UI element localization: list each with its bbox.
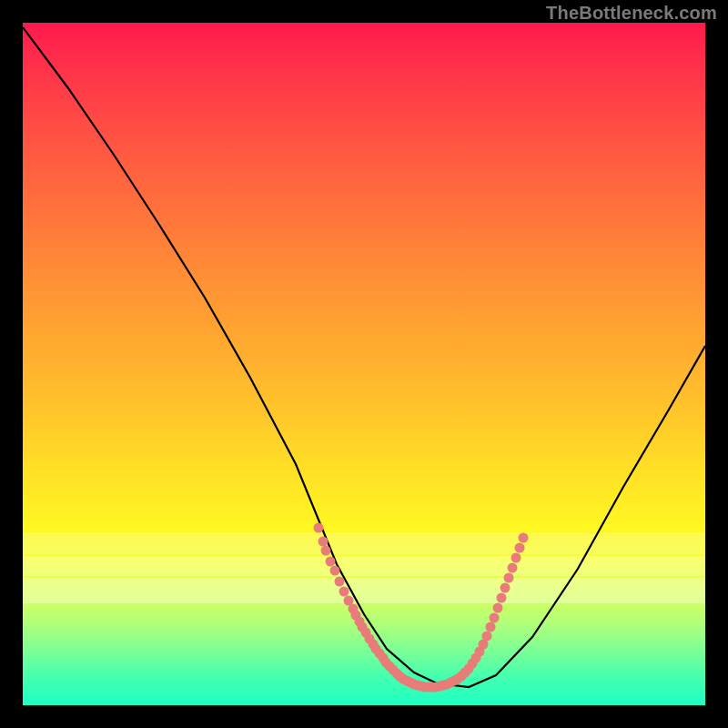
plot-area [23, 23, 705, 705]
watermark-text: TheBottleneck.com [546, 3, 717, 24]
noise-dot [326, 557, 336, 567]
noise-dot [497, 593, 507, 603]
noise-dot [504, 573, 514, 583]
noise-dot [339, 587, 349, 597]
noise-dot [511, 553, 521, 563]
noise-dot [500, 583, 511, 593]
noise-dot [330, 566, 340, 576]
noise-dot [508, 563, 518, 573]
noise-dot [519, 533, 529, 543]
bottleneck-curve-path [23, 27, 705, 687]
chart-frame: TheBottleneck.com [0, 0, 728, 728]
noise-dot [486, 622, 496, 632]
noise-dot [318, 537, 329, 547]
noise-dot [321, 546, 331, 556]
noise-dot [490, 613, 500, 623]
noise-dot [482, 632, 492, 642]
noise-dot [314, 523, 324, 533]
curve-layer [23, 23, 705, 705]
noise-dot [515, 543, 525, 553]
noise-dot [493, 603, 503, 613]
noise-dots-group [314, 523, 529, 693]
noise-dot [335, 577, 345, 587]
